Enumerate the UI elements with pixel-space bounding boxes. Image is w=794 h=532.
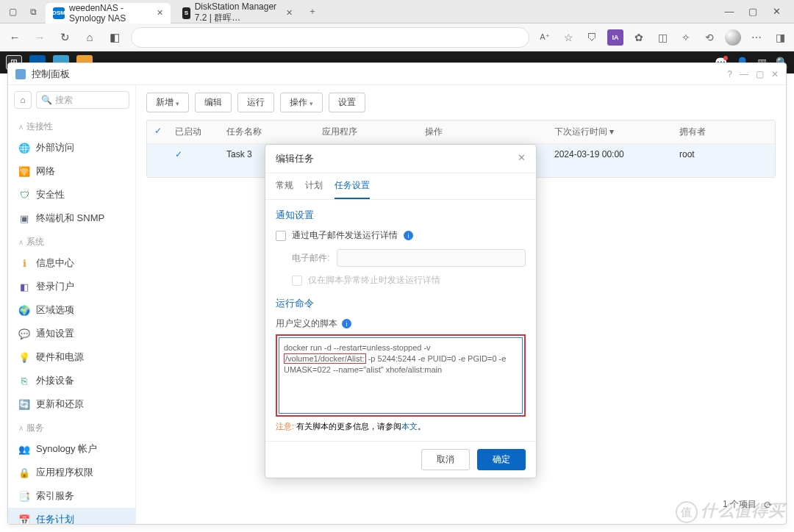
home-button[interactable]: ⌂ (14, 91, 32, 109)
sidebar-item-synology-account[interactable]: 👥Synology 帐户 (8, 437, 135, 461)
modal-footer: 取消 确定 (265, 441, 536, 478)
maximize-icon[interactable]: ▢ (756, 69, 764, 79)
more-icon[interactable]: ⋯ (748, 29, 765, 46)
row-checkbox[interactable] (147, 144, 168, 177)
table-header: ✓ 已启动 任务名称 应用程序 操作 下次运行时间 ▾ 拥有者 (147, 121, 775, 144)
header-next[interactable]: 下次运行时间 ▾ (547, 121, 672, 143)
run-button[interactable]: 运行 (237, 93, 274, 112)
minimize-icon[interactable]: ― (740, 69, 748, 79)
script-textarea[interactable]: docker run -d --restart=unless-stopped -… (279, 337, 523, 414)
header-op[interactable]: 操作 (418, 121, 547, 143)
browser-menu-icon[interactable]: ▢ (4, 4, 21, 20)
tab-task-settings[interactable]: 任务设置 (335, 179, 370, 199)
browser-tabsview-icon[interactable]: ⧉ (25, 4, 41, 20)
new-tab-button[interactable]: ＋ (304, 4, 321, 20)
sidebar-item-task-scheduler[interactable]: 📅任务计划 (8, 508, 135, 524)
sidebar-item-update[interactable]: 🔄更新和还原 (8, 392, 135, 416)
row-enabled-check: ✓ (168, 144, 219, 177)
close-icon[interactable]: ✕ (157, 8, 163, 18)
settings-button[interactable]: 设置 (329, 93, 365, 112)
close-button[interactable]: ✕ (769, 6, 784, 17)
sidebar-item-info[interactable]: ℹ信息中心 (8, 251, 135, 275)
sidebar-item-notify[interactable]: 💬通知设置 (8, 322, 135, 345)
search-input[interactable]: 🔍 搜索 (36, 91, 129, 109)
sidebar-group-system[interactable]: 系统 (8, 230, 135, 251)
extensions-icon[interactable]: ✿ (631, 29, 647, 46)
sidebar-item-login[interactable]: ◧登录门户 (8, 275, 135, 298)
lock-icon: 🔒 (18, 467, 30, 478)
sidebar-group-services[interactable]: 服务 (8, 416, 135, 437)
status-footer: 1 个项目 ⟳ (146, 492, 776, 517)
back-button[interactable]: ← (6, 29, 24, 46)
header-owner[interactable]: 拥有者 (672, 121, 775, 143)
favorite-icon[interactable]: ☆ (560, 29, 576, 46)
checkbox[interactable] (276, 231, 286, 241)
region-icon: 🌍 (18, 304, 30, 316)
info-icon[interactable]: i (342, 319, 351, 328)
header-enabled[interactable]: 已启动 (168, 121, 219, 143)
window-title: 控制面板 (32, 68, 70, 81)
ok-button[interactable]: 确定 (477, 449, 526, 470)
close-icon[interactable]: ✕ (286, 8, 293, 18)
script-note: 注意: 有关脚本的更多信息，请参阅本文。 (276, 421, 526, 432)
help-icon[interactable]: ? (727, 69, 732, 79)
app-icon[interactable]: ◧ (106, 29, 124, 46)
email-details-checkbox-row[interactable]: 通过电子邮件发送运行详情 i (276, 229, 526, 242)
sidebar-item-terminal[interactable]: ▣终端机和 SNMP (8, 206, 135, 230)
browser-tab-1[interactable]: DSM weedenNAS - Synology NAS ✕ (46, 3, 171, 24)
browser-address-bar: ← → ↻ ⌂ ◧ A⁺ ☆ ⛉ IA ✿ ◫ ✧ ⟲ ⋯ ◨ (0, 24, 794, 51)
modal-title-text: 编辑任务 (276, 152, 314, 165)
edit-button[interactable]: 编辑 (195, 93, 232, 112)
info-icon: ℹ (18, 257, 30, 269)
globe-icon: 🌐 (18, 142, 30, 154)
read-aloud-icon[interactable]: A⁺ (537, 29, 553, 46)
sidebar-item-region[interactable]: 🌍区域选项 (8, 298, 135, 322)
tab-schedule[interactable]: 计划 (305, 179, 323, 199)
url-input[interactable] (131, 27, 529, 48)
refresh-button[interactable]: ↻ (56, 29, 74, 46)
shield-icon[interactable]: ⛉ (584, 29, 600, 46)
ia-icon[interactable]: IA (607, 29, 623, 46)
collections-icon[interactable]: ✧ (678, 29, 694, 46)
tab-title: weedenNAS - Synology NAS (69, 3, 152, 24)
maximize-button[interactable]: ▢ (745, 6, 760, 17)
sidebar-item-external-access[interactable]: 🌐外部访问 (8, 136, 135, 159)
sidebar-item-external-device[interactable]: ⎘外接设备 (8, 369, 135, 392)
refresh-icon[interactable]: ⟳ (764, 499, 773, 511)
email-input[interactable] (337, 249, 526, 267)
split-icon[interactable]: ◨ (772, 29, 788, 46)
header-name[interactable]: 任务名称 (219, 121, 315, 143)
close-icon[interactable]: ✕ (518, 152, 526, 165)
sidebar-item-security[interactable]: 🛡安全性 (8, 183, 135, 206)
sidebar-icon[interactable]: ◫ (654, 29, 670, 46)
user-script-label: 用户定义的脚本 i (276, 317, 526, 330)
cancel-button[interactable]: 取消 (421, 449, 470, 470)
forward-button[interactable]: → (31, 29, 49, 46)
sidebar-item-index[interactable]: 📑索引服务 (8, 484, 135, 508)
window-titlebar: 控制面板 ? ― ▢ ✕ (8, 63, 786, 85)
sidebar-item-network[interactable]: 🛜网络 (8, 159, 135, 183)
minimize-button[interactable]: ― (722, 6, 737, 17)
sidebar-group-connectivity[interactable]: 连接性 (8, 115, 135, 136)
row-next: 2024-03-19 00:00 (547, 144, 672, 177)
header-checkbox[interactable]: ✓ (147, 121, 168, 143)
row-owner: root (672, 144, 775, 177)
sync-icon[interactable]: ⟲ (701, 29, 718, 46)
favicon-s-icon: S (182, 7, 190, 19)
action-button[interactable]: 操作 (280, 93, 323, 112)
window-icon (15, 69, 26, 79)
sidebar-item-hardware[interactable]: 💡硬件和电源 (8, 345, 135, 369)
info-icon[interactable]: i (404, 231, 413, 240)
new-button[interactable]: 新增 (146, 93, 189, 112)
checkbox (292, 276, 302, 286)
account-icon: 👥 (18, 443, 30, 455)
home-button[interactable]: ⌂ (81, 29, 99, 46)
header-app[interactable]: 应用程序 (315, 121, 418, 143)
script-highlight-box: docker run -d --restart=unless-stopped -… (276, 334, 526, 417)
profile-avatar[interactable] (725, 29, 741, 46)
tab-general[interactable]: 常规 (276, 179, 293, 199)
sidebar-item-app-privilege[interactable]: 🔒应用程序权限 (8, 461, 135, 484)
browser-tab-2[interactable]: S DiskStation Manager 7.2 | 群晖… ✕ (175, 3, 300, 24)
note-link[interactable]: 本文 (401, 422, 418, 431)
close-icon[interactable]: ✕ (771, 69, 779, 79)
